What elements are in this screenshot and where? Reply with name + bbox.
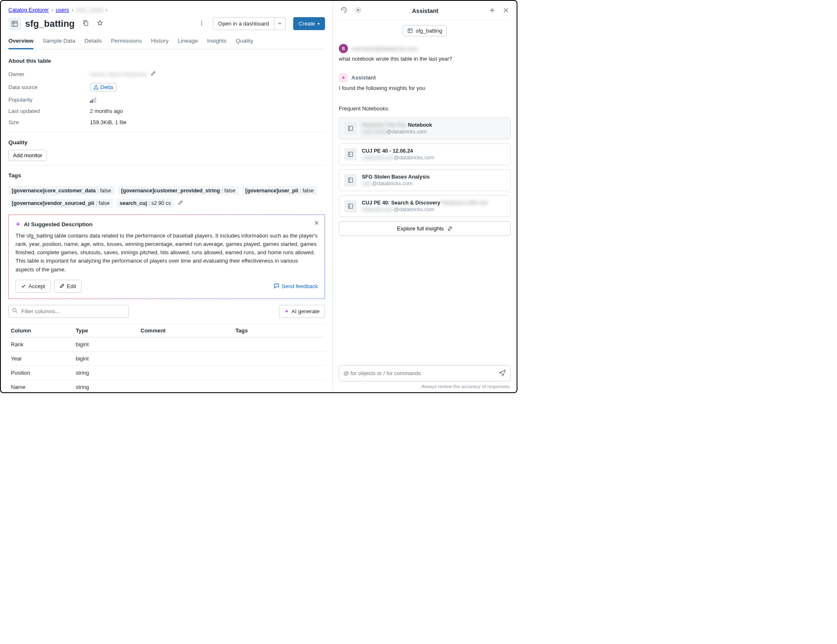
table-row[interactable]: Rankbigint (8, 337, 325, 351)
breadcrumb-owner[interactable]: user_name (76, 7, 103, 13)
tag-chip[interactable]: search_cuj : s2 90 cs (116, 199, 174, 208)
svg-rect-13 (348, 126, 353, 131)
chat-icon (274, 283, 279, 289)
owner-value: Owner Name Redacted (90, 71, 147, 77)
assistant-text-field[interactable] (343, 370, 495, 376)
explore-insights-button[interactable]: Explore full insights (339, 221, 511, 236)
svg-rect-3 (84, 22, 88, 26)
tag-chip[interactable]: [governance]vendor_sourced_pii : false (8, 199, 113, 208)
copy-icon[interactable] (81, 18, 91, 29)
notebook-card[interactable]: CUJ PE 40 - 12.06.24 redacted.user@datab… (339, 143, 511, 165)
svg-point-7 (13, 309, 16, 312)
assistant-label: Assistant (351, 74, 376, 81)
col-header-column[interactable]: Column (8, 324, 73, 337)
popularity-icon (90, 97, 96, 103)
notebook-card[interactable]: CUJ PE 40: Search & Discovery Redacted s… (339, 195, 511, 217)
user-avatar: S (339, 44, 348, 53)
tag-chip[interactable]: [governance]user_pii : false (242, 186, 317, 195)
last-updated-label: Last updated (8, 108, 90, 114)
send-icon[interactable] (499, 369, 506, 378)
search-icon (12, 308, 18, 314)
kebab-menu-icon[interactable] (197, 18, 206, 29)
tab-history[interactable]: History (151, 35, 169, 49)
user-name: username@databricks.com (351, 46, 417, 52)
about-heading: About this table (8, 58, 325, 64)
assistant-title: Assistant (367, 8, 483, 14)
svg-rect-17 (348, 178, 353, 183)
create-button[interactable]: Create ▾ (293, 17, 325, 30)
ai-generate-button[interactable]: ✦ AI generate (279, 305, 325, 318)
svg-point-5 (201, 23, 202, 23)
filter-columns-input[interactable] (8, 305, 129, 318)
svg-rect-0 (12, 21, 18, 26)
svg-rect-19 (348, 204, 353, 209)
assistant-pane: Assistant sfg_batting S username@databri… (333, 1, 517, 392)
open-in-dashboard-dropdown[interactable] (274, 17, 286, 30)
tag-chip[interactable]: [governance]customer_provided_string : f… (118, 186, 239, 195)
chevron-right-icon: › (51, 7, 53, 13)
tab-sample-data[interactable]: Sample Data (43, 35, 75, 49)
frequent-notebooks-label: Frequent Notebooks: (339, 105, 511, 112)
size-value: 159.3KiB, 1 file (90, 119, 126, 125)
pencil-icon (59, 284, 64, 289)
notebook-card[interactable]: SFG Stolen Bases Analysis user@databrick… (339, 169, 511, 191)
last-updated-value: 2 months ago (90, 108, 123, 114)
close-ai-box-icon[interactable] (314, 220, 320, 227)
ai-suggested-description: ✦ AI Suggested Description The sfg_batti… (8, 215, 325, 299)
col-header-type[interactable]: Type (73, 324, 138, 337)
history-icon[interactable] (339, 5, 349, 16)
notebook-icon (344, 200, 357, 212)
data-source-label: Data source (8, 84, 90, 90)
chevron-down-icon: ▾ (317, 21, 320, 26)
tag-chip[interactable]: [governance]core_customer_data : false (8, 186, 115, 195)
col-header-comment[interactable]: Comment (138, 324, 233, 337)
edit-button[interactable]: Edit (54, 280, 82, 293)
tags-row: [governance]core_customer_data : false [… (8, 186, 325, 208)
notebook-icon (344, 148, 357, 161)
tab-permissions[interactable]: Permissions (111, 35, 142, 49)
tab-overview[interactable]: Overview (8, 35, 33, 49)
notebook-icon (344, 174, 357, 187)
context-chip[interactable]: sfg_batting (403, 25, 447, 36)
ai-body: The sfg_batting table contains data rela… (15, 232, 318, 274)
size-label: Size (8, 119, 90, 125)
sparkle-icon: ✦ (284, 308, 289, 314)
svg-point-4 (201, 20, 202, 21)
send-feedback-link[interactable]: Send feedback (274, 283, 318, 289)
filter-columns-input-wrap (8, 305, 129, 318)
svg-rect-15 (348, 152, 353, 157)
star-icon[interactable] (95, 18, 105, 29)
table-row[interactable]: Positionstring (8, 365, 325, 380)
chevron-right-icon: › (72, 7, 73, 13)
col-header-tags[interactable]: Tags (233, 324, 325, 337)
breadcrumb: Catalog Explorer › users › user_name › (8, 4, 325, 15)
tab-lineage[interactable]: Lineage (178, 35, 198, 49)
assistant-avatar-icon: ✦ (339, 73, 348, 82)
external-link-icon (447, 226, 453, 231)
tab-quality[interactable]: Quality (236, 35, 253, 49)
user-message: what notebook wrote this table in the la… (339, 55, 511, 63)
breadcrumb-schema[interactable]: users (56, 7, 69, 13)
table-row[interactable]: Yearbigint (8, 351, 325, 365)
tab-details[interactable]: Details (84, 35, 102, 49)
edit-owner-icon[interactable] (150, 71, 156, 78)
svg-line-8 (16, 312, 17, 313)
check-icon (21, 284, 26, 289)
add-monitor-button[interactable]: Add monitor (8, 150, 47, 161)
quality-heading: Quality (8, 139, 325, 146)
breadcrumb-root[interactable]: Catalog Explorer (8, 7, 49, 13)
open-in-dashboard-button[interactable]: Open in a dashboard (213, 17, 274, 30)
popularity-label: Popularity (8, 97, 90, 103)
assistant-input[interactable] (339, 365, 511, 381)
data-source-chip[interactable]: Delta (90, 83, 117, 92)
page-title: sfg_batting (25, 18, 75, 29)
tab-insights[interactable]: Insights (207, 35, 227, 49)
notebook-card[interactable]: Redacted Title PartNotebook user.name@da… (339, 118, 511, 139)
edit-tags-icon[interactable] (177, 200, 183, 207)
close-assistant-icon[interactable] (501, 5, 511, 16)
gear-icon[interactable] (353, 5, 363, 16)
new-chat-icon[interactable] (487, 5, 497, 16)
table-row[interactable]: Namestring (8, 380, 325, 392)
table-icon (8, 18, 21, 30)
accept-button[interactable]: Accept (15, 280, 51, 293)
